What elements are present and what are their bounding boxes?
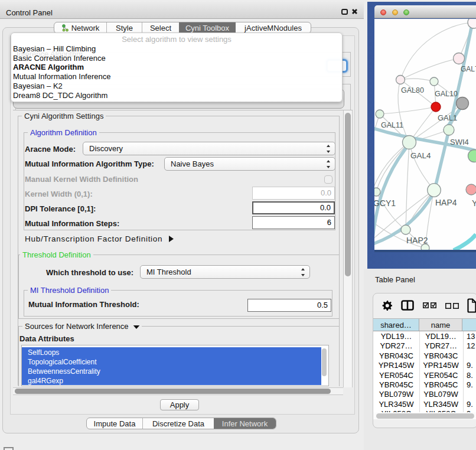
svg-text:GAL7: GAL7 <box>461 65 476 73</box>
svg-text:GAL1: GAL1 <box>438 113 457 122</box>
svg-text:GAL80: GAL80 <box>401 86 424 94</box>
svg-text:HAP2: HAP2 <box>406 236 428 245</box>
svg-text:YJ: YJ <box>472 198 476 208</box>
svg-text:GCY1: GCY1 <box>374 198 396 208</box>
svg-text:GAL4: GAL4 <box>410 151 431 160</box>
svg-text:GAL10: GAL10 <box>435 90 458 98</box>
svg-text:SWI4: SWI4 <box>450 138 469 146</box>
svg-text:HAP4: HAP4 <box>435 198 457 207</box>
svg-text:GAL11: GAL11 <box>381 121 403 129</box>
